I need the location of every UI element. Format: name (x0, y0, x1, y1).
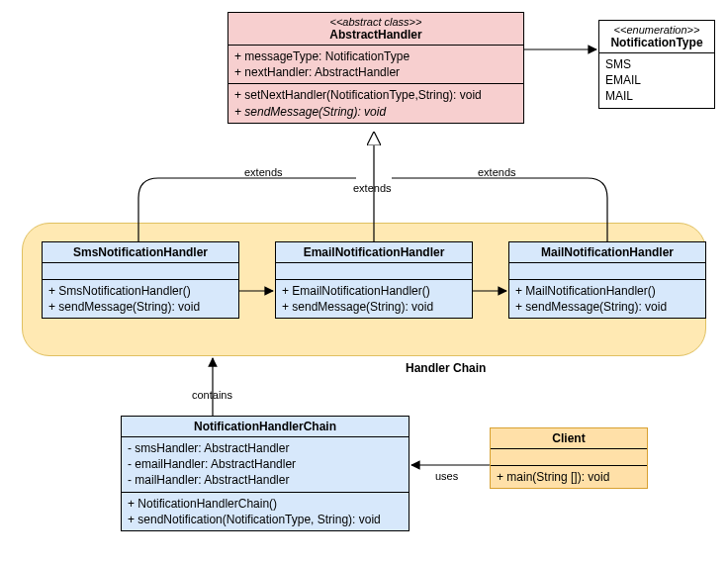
operations: + NotificationHandlerChain() + sendNotif… (122, 493, 409, 530)
enum-values: SMS EMAIL MAIL (599, 53, 714, 108)
class-name: Client (491, 428, 647, 449)
class-notificationhandlerchain: NotificationHandlerChain - smsHandler: A… (121, 416, 410, 531)
stereotype: <<enumeration>> (605, 24, 708, 36)
class-client: Client + main(String []): void (490, 427, 648, 489)
class-name: SmsNotificationHandler (43, 242, 238, 263)
operations: + EmailNotificationHandler() + sendMessa… (276, 280, 472, 318)
class-name: EmailNotificationHandler (276, 242, 472, 263)
extends-label-2: extends (353, 182, 392, 194)
attributes: - smsHandler: AbstractHandler - emailHan… (122, 437, 409, 493)
operations: + MailNotificationHandler() + sendMessag… (509, 280, 705, 318)
class-name: MailNotificationHandler (509, 242, 705, 263)
contains-label: contains (192, 389, 232, 401)
class-emailnotificationhandler: EmailNotificationHandler + EmailNotifica… (275, 241, 473, 319)
operations: + SmsNotificationHandler() + sendMessage… (43, 280, 238, 318)
attributes (276, 263, 472, 280)
extends-label-1: extends (244, 166, 283, 178)
uses-label: uses (435, 470, 458, 482)
class-mailnotificationhandler: MailNotificationHandler + MailNotificati… (508, 241, 706, 319)
class-name: NotificationHandlerChain (122, 417, 409, 437)
attributes: + messageType: NotificationType + nextHa… (228, 46, 523, 84)
operations: + main(String []): void (491, 466, 647, 488)
class-abstracthandler: <<abstract class>> AbstractHandler + mes… (228, 12, 524, 124)
operations: + setNextHandler(NotificationType,String… (228, 84, 523, 122)
class-smsnotificationhandler: SmsNotificationHandler + SmsNotification… (42, 241, 239, 319)
attributes (509, 263, 705, 280)
extends-label-3: extends (478, 166, 516, 178)
class-name: AbstractHandler (234, 28, 517, 42)
handler-chain-label: Handler Chain (406, 361, 486, 375)
enum-notificationtype: <<enumeration>> NotificationType SMS EMA… (598, 20, 715, 109)
stereotype: <<abstract class>> (234, 16, 517, 28)
enum-name: NotificationType (605, 36, 708, 49)
attributes (491, 449, 647, 466)
attributes (43, 263, 238, 280)
